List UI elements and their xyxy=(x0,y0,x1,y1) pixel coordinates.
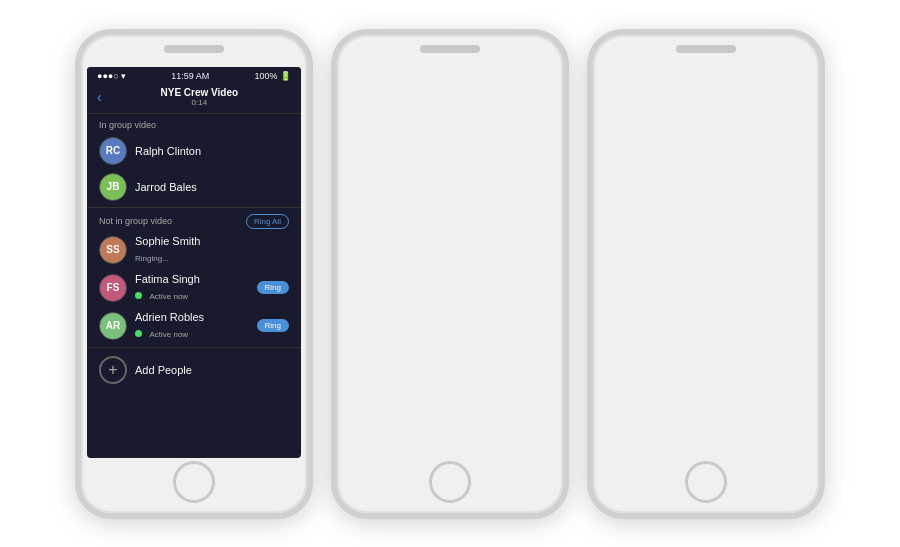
ring-button[interactable]: Ring xyxy=(257,281,289,294)
participant-name: Fatima Singh xyxy=(135,273,249,285)
avatar: FS xyxy=(99,274,127,302)
phone-2: ●●●○ ▾ 11:59 100% ⌄ ⬡ ⊞ 👤 xyxy=(331,29,569,519)
p1-in-group-label: In group video xyxy=(87,114,301,133)
participant-name: Ralph Clinton xyxy=(135,145,289,157)
add-icon: + xyxy=(99,356,127,384)
list-item: JB Jarrod Bales xyxy=(87,169,301,205)
divider xyxy=(87,207,301,208)
p1-call-duration: 0:14 xyxy=(108,98,291,107)
participant-name: Adrien Robles xyxy=(135,311,249,323)
p1-call-title: NYE Crew Video xyxy=(108,87,291,98)
add-people-item[interactable]: + Add People xyxy=(87,350,301,390)
participant-name: Sophie Smith xyxy=(135,235,289,247)
p1-time: 11:59 AM xyxy=(171,71,209,81)
participant-status: Active now xyxy=(149,292,188,301)
list-item: SS Sophie Smith Ringing... xyxy=(87,231,301,269)
list-item: AR Adrien Robles Active now Ring xyxy=(87,307,301,345)
phone-1: ●●●○ ▾ 11:59 AM 100% 🔋 ‹ NYE Crew Video … xyxy=(75,29,313,519)
participant-status: Active now xyxy=(149,330,188,339)
avatar: AR xyxy=(99,312,127,340)
add-people-label: Add People xyxy=(135,364,192,376)
phone1-screen: ●●●○ ▾ 11:59 AM 100% 🔋 ‹ NYE Crew Video … xyxy=(87,67,301,458)
ring-all-button[interactable]: Ring All xyxy=(246,214,289,229)
divider xyxy=(87,347,301,348)
not-in-section-header: Not in group video Ring All xyxy=(87,210,301,231)
phone-3: ●●●○ ▾ 100% ⌄ xyxy=(587,29,825,519)
p1-not-in-group-label: Not in group video xyxy=(99,216,172,226)
p1-statusbar: ●●●○ ▾ 11:59 AM 100% 🔋 xyxy=(87,67,301,83)
list-item: FS Fatima Singh Active now Ring xyxy=(87,269,301,307)
active-dot xyxy=(135,292,142,299)
p1-signal: ●●●○ ▾ xyxy=(97,71,126,81)
avatar: JB xyxy=(99,173,127,201)
participant-name: Jarrod Bales xyxy=(135,181,289,193)
p1-battery: 100% 🔋 xyxy=(254,71,291,81)
participant-status: Ringing... xyxy=(135,254,169,263)
ring-button[interactable]: Ring xyxy=(257,319,289,332)
avatar: RC xyxy=(99,137,127,165)
avatar: SS xyxy=(99,236,127,264)
phones-container: ●●●○ ▾ 11:59 AM 100% 🔋 ‹ NYE Crew Video … xyxy=(0,0,900,547)
p1-header: ‹ NYE Crew Video 0:14 xyxy=(87,83,301,114)
p1-header-info: NYE Crew Video 0:14 xyxy=(108,87,291,107)
active-dot xyxy=(135,330,142,337)
list-item: RC Ralph Clinton xyxy=(87,133,301,169)
back-button[interactable]: ‹ xyxy=(97,89,102,105)
